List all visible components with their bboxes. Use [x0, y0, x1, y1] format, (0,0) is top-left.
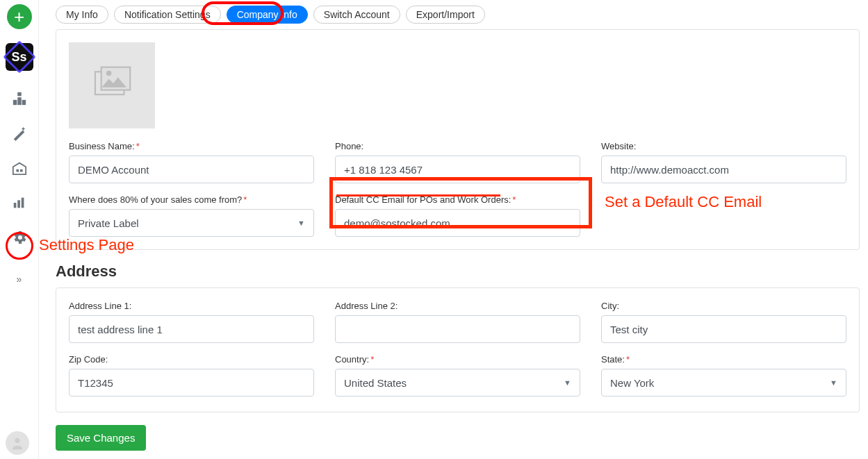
address-line2-input[interactable] [335, 315, 580, 343]
main: My Info Notification Settings Company In… [39, 0, 868, 459]
cc-email-label: Default CC Email for POs and Work Orders… [335, 194, 580, 205]
address-line2-label: Address Line 2: [335, 301, 580, 311]
website-input[interactable]: http://www.demoacct.com [601, 156, 846, 183]
address-section: Address Address Line 1: test address lin… [56, 262, 860, 412]
svg-rect-8 [21, 198, 24, 208]
city-value: Test city [610, 324, 648, 335]
company-logo-placeholder[interactable] [69, 42, 155, 128]
sidebar-expand-icon[interactable]: » [17, 274, 22, 285]
tab-export-import[interactable]: Export/Import [406, 6, 485, 24]
add-button[interactable]: + [7, 4, 32, 29]
tab-company-info[interactable]: Company Info [227, 6, 308, 24]
sidebar: + Ss » [0, 0, 39, 459]
tab-notification-settings[interactable]: Notification Settings [114, 6, 221, 24]
address-card: Address Line 1: test address line 1 Addr… [56, 287, 860, 412]
cc-email-input[interactable]: demo@sostocked.com [335, 209, 580, 237]
sales-source-value: Private Label [78, 217, 139, 229]
svg-rect-2 [22, 100, 25, 105]
svg-rect-0 [13, 100, 17, 105]
business-name-value: DEMO Account [78, 164, 149, 176]
state-label: State:* [601, 354, 846, 365]
address-line1-label: Address Line 1: [69, 301, 314, 311]
country-label: Country:* [335, 354, 580, 365]
caret-down-icon: ▼ [297, 219, 305, 227]
svg-point-9 [15, 438, 19, 443]
sales-source-select[interactable]: Private Label ▼ [69, 209, 314, 237]
city-label: City: [601, 301, 846, 311]
tab-switch-account[interactable]: Switch Account [313, 6, 400, 24]
tab-my-info[interactable]: My Info [56, 6, 108, 24]
app-logo-text: Ss [11, 50, 26, 65]
annotation-ccemail-label: Set a Default CC Email [605, 193, 762, 211]
cc-email-value: demo@sostocked.com [344, 217, 450, 229]
caret-down-icon: ▼ [830, 378, 837, 387]
svg-rect-1 [17, 97, 22, 105]
zip-input[interactable]: T12345 [69, 369, 314, 397]
phone-input[interactable]: +1 818 123 4567 [335, 156, 580, 183]
business-name-label: Business Name:* [69, 141, 314, 151]
save-button[interactable]: Save Changes [56, 425, 146, 451]
state-select[interactable]: New York ▼ [601, 369, 846, 397]
address-heading: Address [56, 262, 860, 281]
zip-label: Zip Code: [69, 354, 314, 365]
country-value: United States [344, 377, 407, 389]
company-info-card: Business Name:* DEMO Account Phone: +1 8… [56, 29, 860, 250]
chart-icon[interactable] [11, 194, 28, 211]
tabs: My Info Notification Settings Company In… [56, 0, 860, 29]
zip-value: T12345 [78, 377, 113, 389]
warehouse-icon[interactable] [11, 160, 28, 176]
website-label: Website: [601, 141, 846, 151]
svg-rect-3 [17, 92, 22, 97]
inventory-icon[interactable] [11, 90, 28, 107]
business-name-input[interactable]: DEMO Account [69, 156, 314, 183]
annotation-settings-label: Settings Page [39, 236, 134, 254]
svg-rect-7 [17, 200, 20, 208]
website-value: http://www.demoacct.com [610, 164, 729, 176]
phone-label: Phone: [335, 141, 580, 151]
country-select[interactable]: United States ▼ [335, 369, 580, 397]
state-value: New York [610, 377, 654, 389]
caret-down-icon: ▼ [564, 378, 571, 387]
svg-rect-4 [16, 169, 19, 172]
address-line1-value: test address line 1 [78, 324, 163, 335]
svg-rect-5 [19, 169, 22, 172]
svg-rect-6 [13, 203, 16, 208]
app-logo[interactable]: Ss [6, 43, 33, 71]
gear-icon[interactable] [11, 229, 28, 246]
sales-source-label: Where does 80% of your sales come from?* [69, 194, 314, 205]
address-line1-input[interactable]: test address line 1 [69, 315, 314, 343]
svg-point-12 [106, 71, 111, 76]
phone-value: +1 818 123 4567 [344, 164, 423, 176]
wand-icon[interactable] [11, 125, 28, 142]
avatar[interactable] [6, 431, 29, 455]
city-input[interactable]: Test city [601, 315, 846, 343]
nav-icons [11, 90, 28, 246]
